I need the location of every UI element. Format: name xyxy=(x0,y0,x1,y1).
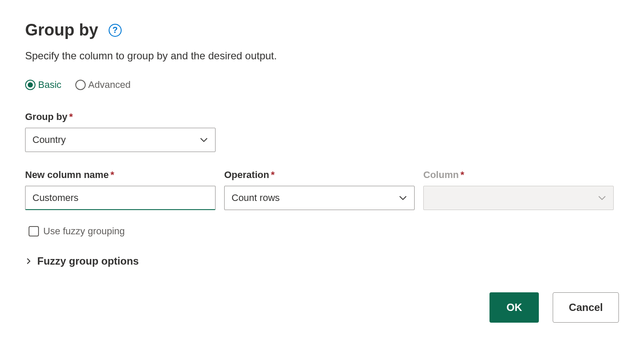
fuzzy-options-expander[interactable]: Fuzzy group options xyxy=(25,255,619,267)
radio-basic-label: Basic xyxy=(38,79,61,91)
ok-button[interactable]: OK xyxy=(489,292,539,323)
dialog-title: Group by xyxy=(25,21,98,39)
fuzzy-grouping-checkbox-row[interactable]: Use fuzzy grouping xyxy=(29,226,619,237)
group-by-value: Country xyxy=(32,134,200,146)
group-by-label: Group by* xyxy=(25,111,619,123)
radio-basic[interactable]: Basic xyxy=(25,79,61,91)
radio-circle-icon xyxy=(25,80,35,90)
required-asterisk: * xyxy=(69,111,73,122)
help-icon[interactable]: ? xyxy=(109,24,122,37)
chevron-down-icon xyxy=(598,194,606,202)
column-dropdown xyxy=(423,186,614,210)
chevron-right-icon xyxy=(25,258,32,265)
group-by-dropdown[interactable]: Country xyxy=(25,128,216,152)
required-asterisk: * xyxy=(271,169,275,180)
required-asterisk: * xyxy=(460,169,464,180)
operation-dropdown[interactable]: Count rows xyxy=(224,186,415,210)
radio-advanced[interactable]: Advanced xyxy=(75,79,131,91)
cancel-button[interactable]: Cancel xyxy=(553,292,619,323)
mode-radio-group: Basic Advanced xyxy=(25,79,619,91)
fuzzy-grouping-label: Use fuzzy grouping xyxy=(43,226,125,237)
radio-advanced-label: Advanced xyxy=(88,79,131,91)
radio-dot-icon xyxy=(28,82,33,87)
chevron-down-icon xyxy=(399,194,407,202)
new-column-name-label: New column name* xyxy=(25,169,216,181)
operation-value: Count rows xyxy=(232,192,399,204)
new-column-name-input[interactable] xyxy=(25,186,216,210)
required-asterisk: * xyxy=(110,169,114,180)
fuzzy-options-label: Fuzzy group options xyxy=(37,255,139,267)
column-label: Column* xyxy=(423,169,614,181)
operation-label: Operation* xyxy=(224,169,415,181)
dialog-subtitle: Specify the column to group by and the d… xyxy=(25,50,619,62)
checkbox-icon xyxy=(29,226,39,236)
chevron-down-icon xyxy=(200,136,208,144)
radio-circle-icon xyxy=(75,80,86,90)
